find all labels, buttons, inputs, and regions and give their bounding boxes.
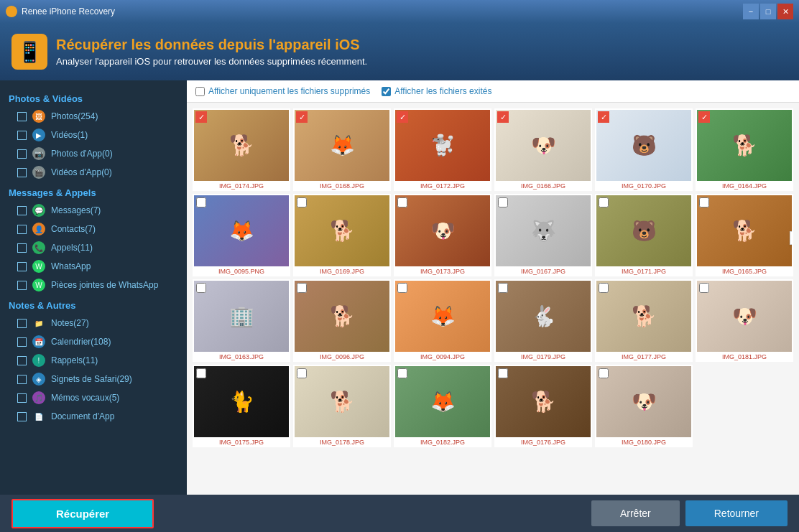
sidebar-item-label: Contacts(7): [51, 224, 96, 234]
filter-deleted-checkbox-label[interactable]: Afficher uniquement les fichiers supprim…: [195, 86, 370, 96]
sidebar-checkbox[interactable]: [17, 375, 27, 384]
photo-wrapper[interactable]: ✓🦊: [295, 110, 389, 181]
photo-checkbox[interactable]: [297, 283, 307, 293]
photo-wrapper[interactable]: ✓🐕: [697, 110, 792, 181]
sidebar-checkbox[interactable]: [17, 131, 27, 140]
photo-name: IMG_0095.PNG: [194, 268, 289, 275]
photo-name: IMG_0165.JPG: [697, 268, 792, 275]
photo-wrapper[interactable]: 🦊: [395, 366, 490, 437]
photo-wrapper[interactable]: 🦊: [194, 195, 289, 266]
sidebar-checkbox[interactable]: [17, 112, 27, 121]
sidebar-item[interactable]: 👤Contacts(7): [0, 220, 187, 238]
photo-wrapper[interactable]: ✓🐩: [395, 110, 490, 181]
sidebar-checkbox[interactable]: [17, 243, 27, 253]
photo-checkbox[interactable]: [599, 368, 609, 378]
header-icon: 📱: [11, 34, 47, 70]
checked-mark: ✓: [598, 111, 609, 123]
photo-image: 🐶: [395, 195, 490, 266]
sidebar-item[interactable]: 📁Notes(27): [0, 314, 187, 332]
photo-checkbox[interactable]: [397, 368, 407, 378]
sidebar-item[interactable]: 🎵Mémos vocaux(5): [0, 388, 187, 407]
photo-checkbox[interactable]: [498, 368, 508, 378]
sidebar-item[interactable]: ▶Vidéos(1): [0, 126, 187, 144]
sidebar-item[interactable]: 🎬Vidéos d'App(0): [0, 163, 187, 182]
photo-item: 🦊IMG_0094.JPG: [394, 279, 491, 362]
sidebar-checkbox[interactable]: [17, 149, 27, 159]
sidebar-item[interactable]: 🖼Photos(254): [0, 107, 187, 126]
photo-item: 🐕IMG_0096.JPG: [293, 279, 391, 362]
sidebar-item[interactable]: 📅Calendrier(108): [0, 332, 187, 351]
close-button[interactable]: ✕: [777, 4, 793, 19]
photo-wrapper[interactable]: 🐕: [295, 366, 389, 437]
photo-image: 🐕: [295, 281, 389, 352]
photo-checkbox[interactable]: [699, 197, 709, 207]
sidebar-item[interactable]: ◈Signets de Safari(29): [0, 370, 187, 388]
photo-wrapper[interactable]: 🐈: [194, 366, 289, 437]
photo-image: 🐕: [295, 195, 389, 266]
sidebar-item[interactable]: 💬Messages(7): [0, 201, 187, 220]
sidebar-checkbox[interactable]: [17, 168, 27, 177]
photo-wrapper[interactable]: 🐶: [395, 195, 490, 266]
photo-wrapper[interactable]: 🏢: [194, 281, 289, 352]
sidebar-item-label: Rappels(11): [51, 355, 98, 365]
filter-exited-checkbox-label[interactable]: Afficher les fichiers exités: [382, 86, 491, 96]
photo-wrapper[interactable]: 🐕: [496, 366, 591, 437]
photo-wrapper[interactable]: 🐕IMG_0165.JPG: [697, 195, 792, 266]
photo-item: 🦊IMG_0095.PNG: [193, 194, 290, 276]
sidebar-checkbox[interactable]: [17, 225, 27, 234]
photo-wrapper[interactable]: 🐕: [295, 195, 389, 266]
photo-checkbox[interactable]: [196, 368, 206, 378]
sidebar-item[interactable]: !Rappels(11): [0, 351, 187, 370]
photo-image: 🐩: [395, 110, 490, 181]
photo-checkbox[interactable]: [297, 368, 307, 378]
photo-checkbox[interactable]: [196, 197, 206, 207]
sidebar-checkbox[interactable]: [17, 356, 27, 365]
photo-image: 🏢: [194, 281, 289, 352]
maximize-button[interactable]: □: [760, 4, 776, 19]
photo-checkbox[interactable]: [599, 197, 609, 207]
sidebar-checkbox[interactable]: [17, 319, 27, 328]
sidebar-item[interactable]: 📄Document d'App: [0, 407, 187, 426]
photo-wrapper[interactable]: 🐶: [596, 366, 691, 437]
photo-checkbox[interactable]: [196, 283, 206, 293]
photo-name: IMG_0180.JPG: [596, 439, 691, 446]
filter-deleted-checkbox[interactable]: [195, 87, 205, 96]
photo-wrapper[interactable]: 🐕: [596, 281, 691, 352]
sidebar-checkbox[interactable]: [17, 206, 27, 215]
back-button[interactable]: Retourner: [685, 500, 788, 526]
minimize-button[interactable]: −: [743, 4, 759, 19]
photo-wrapper[interactable]: 🐻: [596, 195, 691, 266]
sidebar-item-icon: ▶: [32, 129, 45, 141]
photo-checkbox[interactable]: [498, 197, 508, 207]
photo-wrapper[interactable]: 🐕: [295, 281, 389, 352]
photo-image: 🐈: [194, 366, 289, 437]
sidebar-checkbox[interactable]: [17, 281, 27, 290]
sidebar-item[interactable]: WPièces jointes de WhatsApp: [0, 276, 187, 294]
sidebar-item[interactable]: 📞Appels(11): [0, 238, 187, 257]
recover-button[interactable]: Récupérer: [11, 499, 154, 528]
photo-wrapper[interactable]: ✓🐶: [496, 110, 591, 181]
photo-checkbox[interactable]: [498, 283, 508, 293]
filter-exited-checkbox[interactable]: [382, 87, 391, 96]
title-bar: Renee iPhone Recovery − □ ✕: [0, 0, 799, 23]
sidebar-checkbox[interactable]: [17, 393, 27, 403]
photo-wrapper[interactable]: ✓🐕: [194, 110, 289, 181]
photo-checkbox[interactable]: [397, 283, 407, 293]
photo-checkbox[interactable]: [397, 197, 407, 207]
photo-wrapper[interactable]: ✓🐻: [596, 110, 691, 181]
sidebar-checkbox[interactable]: [17, 262, 27, 271]
photo-checkbox[interactable]: [297, 197, 307, 207]
header-bar: 📱 Récupérer les données depuis l'apparei…: [0, 23, 799, 80]
photo-wrapper[interactable]: 🦊: [395, 281, 490, 352]
title-bar-controls: − □ ✕: [743, 4, 793, 19]
sidebar-checkbox[interactable]: [17, 337, 27, 347]
sidebar-item[interactable]: 📷Photos d'App(0): [0, 144, 187, 163]
photo-wrapper[interactable]: 🐇: [496, 281, 591, 352]
photo-checkbox[interactable]: [699, 283, 709, 293]
sidebar-item[interactable]: WWhatsApp: [0, 257, 187, 276]
photo-checkbox[interactable]: [599, 283, 609, 293]
sidebar-checkbox[interactable]: [17, 412, 27, 421]
photo-wrapper[interactable]: 🐺: [496, 195, 591, 266]
stop-button[interactable]: Arrêter: [591, 500, 680, 526]
photo-wrapper[interactable]: 🐶: [697, 281, 792, 352]
